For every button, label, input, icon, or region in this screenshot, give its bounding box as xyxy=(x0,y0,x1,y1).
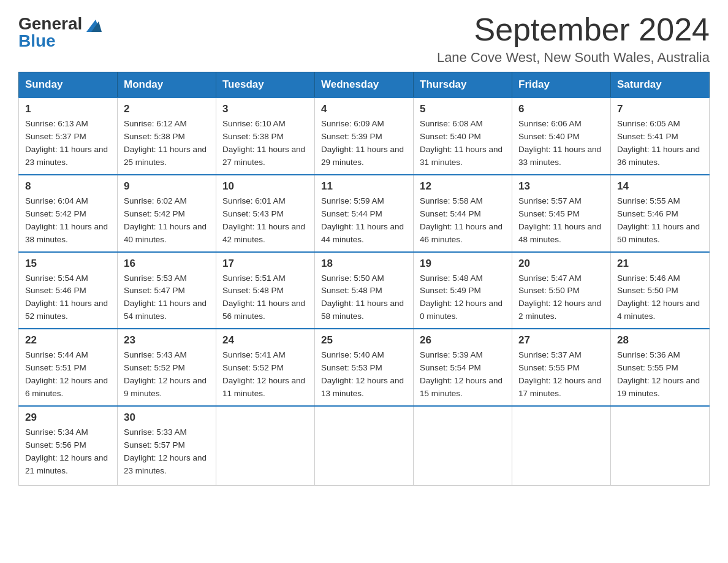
calendar-cell: 6 Sunrise: 6:06 AM Sunset: 5:40 PM Dayli… xyxy=(512,98,611,175)
day-number: 26 xyxy=(420,334,506,347)
day-info: Sunrise: 5:59 AM Sunset: 5:44 PM Dayligh… xyxy=(321,195,407,247)
subtitle: Lane Cove West, New South Wales, Austral… xyxy=(437,50,710,66)
title-area: September 2024 Lane Cove West, New South… xyxy=(437,12,710,66)
calendar-cell xyxy=(216,406,315,486)
calendar-cell: 29 Sunrise: 5:34 AM Sunset: 5:56 PM Dayl… xyxy=(19,406,118,486)
logo: General Blue xyxy=(18,12,102,50)
day-info: Sunrise: 5:46 AM Sunset: 5:50 PM Dayligh… xyxy=(617,272,703,324)
day-info: Sunrise: 5:34 AM Sunset: 5:56 PM Dayligh… xyxy=(25,426,111,478)
day-number: 23 xyxy=(124,334,210,347)
day-number: 7 xyxy=(617,103,703,115)
weekday-header-monday: Monday xyxy=(118,72,216,98)
day-number: 16 xyxy=(124,258,210,270)
calendar-week-row: 22 Sunrise: 5:44 AM Sunset: 5:51 PM Dayl… xyxy=(19,329,710,406)
day-info: Sunrise: 5:33 AM Sunset: 5:57 PM Dayligh… xyxy=(124,426,210,478)
calendar-table: SundayMondayTuesdayWednesdayThursdayFrid… xyxy=(18,72,710,486)
day-number: 14 xyxy=(617,180,703,193)
day-number: 30 xyxy=(124,412,210,424)
calendar-cell: 10 Sunrise: 6:01 AM Sunset: 5:43 PM Dayl… xyxy=(216,175,315,252)
calendar-cell: 4 Sunrise: 6:09 AM Sunset: 5:39 PM Dayli… xyxy=(315,98,414,175)
day-info: Sunrise: 6:06 AM Sunset: 5:40 PM Dayligh… xyxy=(518,118,604,169)
day-info: Sunrise: 6:08 AM Sunset: 5:40 PM Dayligh… xyxy=(420,118,506,169)
calendar-cell: 21 Sunrise: 5:46 AM Sunset: 5:50 PM Dayl… xyxy=(611,252,710,329)
calendar-cell xyxy=(315,406,414,486)
day-info: Sunrise: 6:10 AM Sunset: 5:38 PM Dayligh… xyxy=(222,118,308,169)
logo-general-text: General xyxy=(18,15,102,33)
calendar-cell: 20 Sunrise: 5:47 AM Sunset: 5:50 PM Dayl… xyxy=(512,252,611,329)
day-number: 11 xyxy=(321,180,407,193)
calendar-week-row: 1 Sunrise: 6:13 AM Sunset: 5:37 PM Dayli… xyxy=(19,98,710,175)
day-info: Sunrise: 6:01 AM Sunset: 5:43 PM Dayligh… xyxy=(222,195,308,247)
calendar-cell: 7 Sunrise: 6:05 AM Sunset: 5:41 PM Dayli… xyxy=(611,98,710,175)
day-info: Sunrise: 6:12 AM Sunset: 5:38 PM Dayligh… xyxy=(124,118,210,169)
day-number: 27 xyxy=(518,334,604,347)
calendar-cell xyxy=(414,406,512,486)
logo-blue-text: Blue xyxy=(18,33,56,50)
main-title: September 2024 xyxy=(437,12,710,47)
day-info: Sunrise: 6:05 AM Sunset: 5:41 PM Dayligh… xyxy=(617,118,703,169)
calendar-cell: 2 Sunrise: 6:12 AM Sunset: 5:38 PM Dayli… xyxy=(118,98,216,175)
day-number: 12 xyxy=(420,180,506,193)
day-number: 4 xyxy=(321,103,407,115)
weekday-header-saturday: Saturday xyxy=(611,72,710,98)
calendar-cell: 19 Sunrise: 5:48 AM Sunset: 5:49 PM Dayl… xyxy=(414,252,512,329)
day-info: Sunrise: 5:58 AM Sunset: 5:44 PM Dayligh… xyxy=(420,195,506,247)
day-info: Sunrise: 5:44 AM Sunset: 5:51 PM Dayligh… xyxy=(25,349,111,400)
calendar-cell: 9 Sunrise: 6:02 AM Sunset: 5:42 PM Dayli… xyxy=(118,175,216,252)
day-info: Sunrise: 5:41 AM Sunset: 5:52 PM Dayligh… xyxy=(222,349,308,400)
calendar-cell: 24 Sunrise: 5:41 AM Sunset: 5:52 PM Dayl… xyxy=(216,329,315,406)
day-info: Sunrise: 5:48 AM Sunset: 5:49 PM Dayligh… xyxy=(420,272,506,324)
calendar-cell: 26 Sunrise: 5:39 AM Sunset: 5:54 PM Dayl… xyxy=(414,329,512,406)
day-info: Sunrise: 5:55 AM Sunset: 5:46 PM Dayligh… xyxy=(617,195,703,247)
day-number: 18 xyxy=(321,258,407,270)
day-info: Sunrise: 6:13 AM Sunset: 5:37 PM Dayligh… xyxy=(25,118,111,169)
weekday-header-tuesday: Tuesday xyxy=(216,72,315,98)
calendar-cell xyxy=(512,406,611,486)
day-info: Sunrise: 5:39 AM Sunset: 5:54 PM Dayligh… xyxy=(420,349,506,400)
day-info: Sunrise: 5:43 AM Sunset: 5:52 PM Dayligh… xyxy=(124,349,210,400)
day-number: 9 xyxy=(124,180,210,193)
calendar-cell: 18 Sunrise: 5:50 AM Sunset: 5:48 PM Dayl… xyxy=(315,252,414,329)
day-number: 20 xyxy=(518,258,604,270)
calendar-cell: 15 Sunrise: 5:54 AM Sunset: 5:46 PM Dayl… xyxy=(19,252,118,329)
day-number: 15 xyxy=(25,258,111,270)
weekday-header-thursday: Thursday xyxy=(414,72,512,98)
calendar-cell: 16 Sunrise: 5:53 AM Sunset: 5:47 PM Dayl… xyxy=(118,252,216,329)
calendar-cell: 14 Sunrise: 5:55 AM Sunset: 5:46 PM Dayl… xyxy=(611,175,710,252)
calendar-cell: 12 Sunrise: 5:58 AM Sunset: 5:44 PM Dayl… xyxy=(414,175,512,252)
day-info: Sunrise: 5:47 AM Sunset: 5:50 PM Dayligh… xyxy=(518,272,604,324)
calendar-cell: 28 Sunrise: 5:36 AM Sunset: 5:55 PM Dayl… xyxy=(611,329,710,406)
day-number: 1 xyxy=(25,103,111,115)
day-info: Sunrise: 5:54 AM Sunset: 5:46 PM Dayligh… xyxy=(25,272,111,324)
calendar-cell: 8 Sunrise: 6:04 AM Sunset: 5:42 PM Dayli… xyxy=(19,175,118,252)
day-number: 17 xyxy=(222,258,308,270)
calendar-cell: 11 Sunrise: 5:59 AM Sunset: 5:44 PM Dayl… xyxy=(315,175,414,252)
day-number: 10 xyxy=(222,180,308,193)
day-info: Sunrise: 5:37 AM Sunset: 5:55 PM Dayligh… xyxy=(518,349,604,400)
weekday-header-wednesday: Wednesday xyxy=(315,72,414,98)
weekday-header-row: SundayMondayTuesdayWednesdayThursdayFrid… xyxy=(19,72,710,98)
day-number: 19 xyxy=(420,258,506,270)
day-number: 3 xyxy=(222,103,308,115)
day-info: Sunrise: 5:40 AM Sunset: 5:53 PM Dayligh… xyxy=(321,349,407,400)
day-info: Sunrise: 5:53 AM Sunset: 5:47 PM Dayligh… xyxy=(124,272,210,324)
day-number: 5 xyxy=(420,103,506,115)
day-number: 25 xyxy=(321,334,407,347)
weekday-header-friday: Friday xyxy=(512,72,611,98)
calendar-week-row: 15 Sunrise: 5:54 AM Sunset: 5:46 PM Dayl… xyxy=(19,252,710,329)
day-info: Sunrise: 5:57 AM Sunset: 5:45 PM Dayligh… xyxy=(518,195,604,247)
day-number: 8 xyxy=(25,180,111,193)
calendar-cell: 22 Sunrise: 5:44 AM Sunset: 5:51 PM Dayl… xyxy=(19,329,118,406)
day-info: Sunrise: 5:50 AM Sunset: 5:48 PM Dayligh… xyxy=(321,272,407,324)
day-number: 28 xyxy=(617,334,703,347)
calendar-cell: 17 Sunrise: 5:51 AM Sunset: 5:48 PM Dayl… xyxy=(216,252,315,329)
calendar-cell: 13 Sunrise: 5:57 AM Sunset: 5:45 PM Dayl… xyxy=(512,175,611,252)
day-number: 21 xyxy=(617,258,703,270)
day-info: Sunrise: 6:02 AM Sunset: 5:42 PM Dayligh… xyxy=(124,195,210,247)
calendar-cell: 30 Sunrise: 5:33 AM Sunset: 5:57 PM Dayl… xyxy=(118,406,216,486)
day-number: 13 xyxy=(518,180,604,193)
day-info: Sunrise: 6:09 AM Sunset: 5:39 PM Dayligh… xyxy=(321,118,407,169)
day-number: 22 xyxy=(25,334,111,347)
calendar-cell xyxy=(611,406,710,486)
calendar-cell: 25 Sunrise: 5:40 AM Sunset: 5:53 PM Dayl… xyxy=(315,329,414,406)
